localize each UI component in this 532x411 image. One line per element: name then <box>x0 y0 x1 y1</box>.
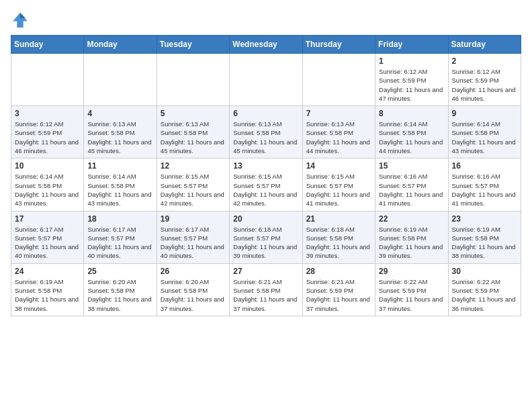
day-info: Sunrise: 6:17 AM Sunset: 5:57 PM Dayligh… <box>87 225 152 261</box>
day-number: 3 <box>15 109 80 118</box>
day-number: 18 <box>87 214 152 224</box>
calendar-cell: 10Sunrise: 6:14 AM Sunset: 5:58 PM Dayli… <box>11 158 84 211</box>
calendar-cell: 9Sunrise: 6:14 AM Sunset: 5:58 PM Daylig… <box>448 106 521 158</box>
day-info: Sunrise: 6:16 AM Sunset: 5:57 PM Dayligh… <box>452 172 517 208</box>
day-info: Sunrise: 6:14 AM Sunset: 5:58 PM Dayligh… <box>87 172 152 208</box>
day-header-saturday: Saturday <box>448 36 521 54</box>
calendar-cell: 22Sunrise: 6:19 AM Sunset: 5:58 PM Dayli… <box>375 211 448 263</box>
day-info: Sunrise: 6:21 AM Sunset: 5:58 PM Dayligh… <box>233 277 298 313</box>
day-info: Sunrise: 6:13 AM Sunset: 5:58 PM Dayligh… <box>233 120 298 155</box>
day-info: Sunrise: 6:22 AM Sunset: 5:59 PM Dayligh… <box>379 277 444 313</box>
day-number: 22 <box>379 214 444 224</box>
day-number: 14 <box>306 161 371 171</box>
calendar-cell: 18Sunrise: 6:17 AM Sunset: 5:57 PM Dayli… <box>84 211 157 263</box>
calendar-cell: 6Sunrise: 6:13 AM Sunset: 5:58 PM Daylig… <box>230 106 302 158</box>
calendar-cell: 30Sunrise: 6:22 AM Sunset: 5:59 PM Dayli… <box>448 263 521 316</box>
day-number: 30 <box>452 267 517 276</box>
calendar-cell: 13Sunrise: 6:15 AM Sunset: 5:57 PM Dayli… <box>230 158 302 211</box>
calendar-table: SundayMondayTuesdayWednesdayThursdayFrid… <box>11 35 521 316</box>
calendar-cell: 12Sunrise: 6:15 AM Sunset: 5:57 PM Dayli… <box>157 158 229 211</box>
day-number: 11 <box>87 161 152 171</box>
calendar-cell: 27Sunrise: 6:21 AM Sunset: 5:58 PM Dayli… <box>230 263 302 316</box>
calendar-cell: 3Sunrise: 6:12 AM Sunset: 5:59 PM Daylig… <box>11 106 84 158</box>
calendar-cell: 16Sunrise: 6:16 AM Sunset: 5:57 PM Dayli… <box>448 158 521 211</box>
day-number: 10 <box>15 161 80 171</box>
day-number: 24 <box>15 267 80 276</box>
day-info: Sunrise: 6:14 AM Sunset: 5:58 PM Dayligh… <box>15 172 80 208</box>
calendar-cell <box>11 54 84 106</box>
day-number: 13 <box>233 161 298 171</box>
day-info: Sunrise: 6:14 AM Sunset: 5:58 PM Dayligh… <box>379 120 444 155</box>
day-number: 8 <box>379 109 444 118</box>
day-info: Sunrise: 6:15 AM Sunset: 5:57 PM Dayligh… <box>161 172 226 208</box>
day-number: 17 <box>15 214 80 224</box>
calendar-header-row: SundayMondayTuesdayWednesdayThursdayFrid… <box>11 36 521 54</box>
day-number: 21 <box>306 214 371 224</box>
day-info: Sunrise: 6:20 AM Sunset: 5:58 PM Dayligh… <box>161 277 226 313</box>
day-info: Sunrise: 6:15 AM Sunset: 5:57 PM Dayligh… <box>306 172 371 208</box>
day-number: 16 <box>452 161 517 171</box>
day-header-thursday: Thursday <box>302 36 375 54</box>
day-number: 15 <box>379 161 444 171</box>
day-info: Sunrise: 6:17 AM Sunset: 5:57 PM Dayligh… <box>161 225 226 261</box>
calendar-cell: 1Sunrise: 6:12 AM Sunset: 5:59 PM Daylig… <box>375 54 448 106</box>
day-header-sunday: Sunday <box>11 36 84 54</box>
calendar-cell: 19Sunrise: 6:17 AM Sunset: 5:57 PM Dayli… <box>157 211 229 263</box>
calendar-cell: 23Sunrise: 6:19 AM Sunset: 5:58 PM Dayli… <box>448 211 521 263</box>
calendar-cell: 21Sunrise: 6:18 AM Sunset: 5:58 PM Dayli… <box>302 211 375 263</box>
day-header-wednesday: Wednesday <box>230 36 302 54</box>
day-info: Sunrise: 6:19 AM Sunset: 5:58 PM Dayligh… <box>15 277 80 313</box>
calendar-week-4: 17Sunrise: 6:17 AM Sunset: 5:57 PM Dayli… <box>11 211 521 263</box>
calendar-cell: 29Sunrise: 6:22 AM Sunset: 5:59 PM Dayli… <box>375 263 448 316</box>
day-number: 23 <box>452 214 517 224</box>
day-info: Sunrise: 6:15 AM Sunset: 5:57 PM Dayligh… <box>233 172 298 208</box>
calendar-cell: 2Sunrise: 6:12 AM Sunset: 5:59 PM Daylig… <box>448 54 521 106</box>
day-info: Sunrise: 6:18 AM Sunset: 5:57 PM Dayligh… <box>233 225 298 261</box>
day-info: Sunrise: 6:20 AM Sunset: 5:58 PM Dayligh… <box>87 277 152 313</box>
day-number: 28 <box>306 267 371 276</box>
day-info: Sunrise: 6:16 AM Sunset: 5:57 PM Dayligh… <box>379 172 444 208</box>
day-number: 27 <box>233 267 298 276</box>
day-info: Sunrise: 6:13 AM Sunset: 5:58 PM Dayligh… <box>161 120 226 155</box>
calendar-week-3: 10Sunrise: 6:14 AM Sunset: 5:58 PM Dayli… <box>11 158 521 211</box>
day-number: 12 <box>161 161 226 171</box>
calendar-cell: 14Sunrise: 6:15 AM Sunset: 5:57 PM Dayli… <box>302 158 375 211</box>
calendar-cell: 8Sunrise: 6:14 AM Sunset: 5:58 PM Daylig… <box>375 106 448 158</box>
calendar-cell: 20Sunrise: 6:18 AM Sunset: 5:57 PM Dayli… <box>230 211 302 263</box>
calendar-cell: 15Sunrise: 6:16 AM Sunset: 5:57 PM Dayli… <box>375 158 448 211</box>
calendar-cell <box>230 54 302 106</box>
day-header-tuesday: Tuesday <box>157 36 229 54</box>
day-info: Sunrise: 6:14 AM Sunset: 5:58 PM Dayligh… <box>452 120 517 155</box>
day-header-friday: Friday <box>375 36 448 54</box>
day-number: 9 <box>452 109 517 118</box>
calendar-cell: 28Sunrise: 6:21 AM Sunset: 5:59 PM Dayli… <box>302 263 375 316</box>
calendar-cell <box>84 54 157 106</box>
day-number: 19 <box>161 214 226 224</box>
day-number: 25 <box>87 267 152 276</box>
svg-marker-1 <box>20 13 26 18</box>
day-info: Sunrise: 6:13 AM Sunset: 5:58 PM Dayligh… <box>306 120 371 155</box>
day-info: Sunrise: 6:17 AM Sunset: 5:57 PM Dayligh… <box>15 225 80 261</box>
day-info: Sunrise: 6:19 AM Sunset: 5:58 PM Dayligh… <box>379 225 444 261</box>
calendar-week-1: 1Sunrise: 6:12 AM Sunset: 5:59 PM Daylig… <box>11 54 521 106</box>
calendar-week-2: 3Sunrise: 6:12 AM Sunset: 5:59 PM Daylig… <box>11 106 521 158</box>
calendar-cell: 4Sunrise: 6:13 AM Sunset: 5:58 PM Daylig… <box>84 106 157 158</box>
day-number: 26 <box>161 267 226 276</box>
calendar-week-5: 24Sunrise: 6:19 AM Sunset: 5:58 PM Dayli… <box>11 263 521 316</box>
day-info: Sunrise: 6:22 AM Sunset: 5:59 PM Dayligh… <box>452 277 517 313</box>
calendar-cell <box>302 54 375 106</box>
calendar-cell: 17Sunrise: 6:17 AM Sunset: 5:57 PM Dayli… <box>11 211 84 263</box>
day-info: Sunrise: 6:18 AM Sunset: 5:58 PM Dayligh… <box>306 225 371 261</box>
day-number: 6 <box>233 109 298 118</box>
day-info: Sunrise: 6:12 AM Sunset: 5:59 PM Dayligh… <box>379 67 444 103</box>
day-header-monday: Monday <box>84 36 157 54</box>
calendar-cell: 7Sunrise: 6:13 AM Sunset: 5:58 PM Daylig… <box>302 106 375 158</box>
calendar-cell <box>157 54 229 106</box>
calendar-cell: 24Sunrise: 6:19 AM Sunset: 5:58 PM Dayli… <box>11 263 84 316</box>
day-info: Sunrise: 6:12 AM Sunset: 5:59 PM Dayligh… <box>452 67 517 103</box>
calendar-cell: 5Sunrise: 6:13 AM Sunset: 5:58 PM Daylig… <box>157 106 229 158</box>
day-number: 1 <box>379 56 444 66</box>
logo-icon <box>11 11 30 30</box>
day-info: Sunrise: 6:12 AM Sunset: 5:59 PM Dayligh… <box>15 120 80 155</box>
calendar-cell: 11Sunrise: 6:14 AM Sunset: 5:58 PM Dayli… <box>84 158 157 211</box>
